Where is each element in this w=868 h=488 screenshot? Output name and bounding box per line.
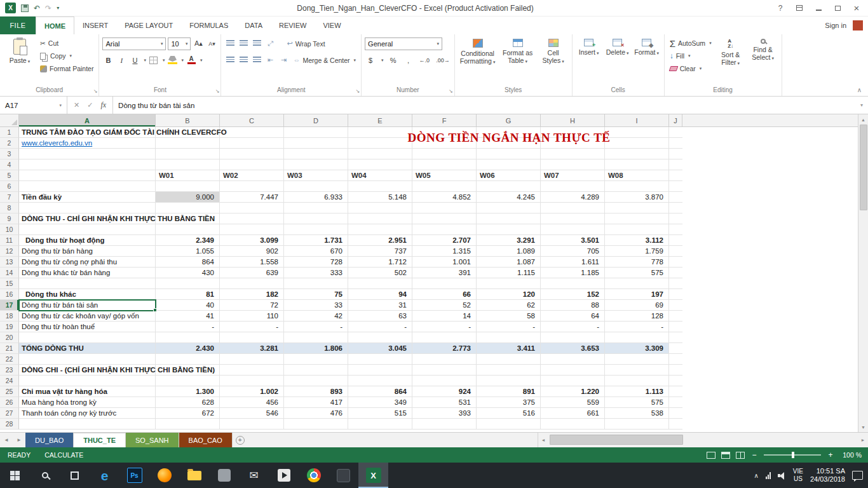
column-header-I[interactable]: I [605, 114, 669, 126]
cell-F16[interactable]: 66 [412, 289, 477, 300]
cell-I25[interactable]: 1.113 [605, 386, 669, 397]
cell-D4[interactable] [284, 159, 348, 170]
cell-G6[interactable] [477, 181, 541, 192]
formula-input[interactable]: Dòng thu từ bán tài sản [113, 97, 855, 114]
cell-D3[interactable] [284, 149, 348, 159]
zoom-out-icon[interactable]: − [750, 451, 758, 459]
cell-A14[interactable]: Dòng thu khác từ bán hàng [19, 268, 156, 278]
cell-E7[interactable]: 5.148 [348, 192, 412, 203]
cell-G15[interactable] [477, 278, 541, 289]
taskbar-photoshop-icon[interactable]: Ps [119, 463, 149, 488]
vertical-scroll-thumb[interactable] [860, 125, 867, 210]
taskbar-firefox-icon[interactable] [149, 463, 179, 488]
increase-indent-icon[interactable]: ⇥ [278, 55, 289, 66]
cell-I14[interactable]: 575 [605, 268, 669, 278]
align-left-icon[interactable] [224, 55, 236, 66]
bold-button[interactable]: B [102, 55, 114, 66]
cell-E8[interactable] [348, 203, 412, 214]
cell-G10[interactable] [477, 224, 541, 235]
cell-A23[interactable]: DÒNG CHI - (CHỈ GHI NHẬN KHI THỰC CHI BẰ… [19, 365, 156, 376]
cell-D9[interactable] [284, 214, 348, 224]
decrease-decimal-button[interactable]: .00→ [435, 57, 451, 64]
cell-B8[interactable] [156, 203, 220, 214]
cell-I28[interactable] [605, 419, 669, 430]
cell-C22[interactable] [220, 354, 284, 365]
cell-D28[interactable] [284, 419, 348, 430]
delete-cells-button[interactable]: × Delete▾ [604, 36, 631, 85]
taskbar-excel-icon[interactable]: X [358, 463, 388, 488]
clock[interactable]: 10:51 SA24/03/2018 [810, 467, 845, 484]
cell-I26[interactable]: 575 [605, 397, 669, 408]
page-break-view-icon[interactable] [736, 452, 745, 459]
cell-J21[interactable] [669, 343, 682, 354]
cell-J2[interactable] [669, 138, 682, 149]
wrap-text-button[interactable]: ↩Wrap Text [285, 38, 327, 50]
cell-B21[interactable]: 2.430 [156, 343, 220, 354]
cell-F27[interactable]: 393 [412, 408, 477, 419]
cell-F20[interactable] [412, 332, 477, 343]
cell-G24[interactable] [477, 376, 541, 386]
row-header-6[interactable]: 6 [0, 181, 19, 192]
decrease-indent-icon[interactable]: ⇤ [264, 55, 276, 66]
cell-A10[interactable] [19, 224, 156, 235]
cell-G4[interactable] [477, 159, 541, 170]
cell-I27[interactable]: 538 [605, 408, 669, 419]
fill-color-button[interactable] [166, 55, 178, 66]
insert-cells-button[interactable]: + Insert▾ [576, 36, 602, 85]
sheet-nav-right-icon[interactable]: ► [13, 433, 25, 447]
row-header-28[interactable]: 28 [0, 419, 19, 430]
ribbon-tab-view[interactable]: VIEW [315, 17, 349, 34]
fill-handle[interactable] [153, 308, 157, 312]
cell-G22[interactable] [477, 354, 541, 365]
cell-F23[interactable] [412, 365, 477, 376]
cell-I13[interactable]: 778 [605, 257, 669, 268]
cell-J24[interactable] [669, 376, 682, 386]
cell-B3[interactable] [156, 149, 220, 159]
cell-E28[interactable] [348, 419, 412, 430]
cell-D18[interactable]: 42 [284, 311, 348, 322]
sheet-tab-bao_cao[interactable]: BAO_CAO [179, 433, 233, 447]
column-header-F[interactable]: F [412, 114, 477, 126]
cell-H8[interactable] [541, 203, 605, 214]
cell-H14[interactable]: 1.185 [541, 268, 605, 278]
cell-G12[interactable]: 1.089 [477, 246, 541, 257]
cell-H12[interactable]: 705 [541, 246, 605, 257]
cell-J27[interactable] [669, 408, 682, 419]
redo-icon[interactable]: ↷ [45, 4, 51, 12]
cell-B28[interactable] [156, 419, 220, 430]
autosum-button[interactable]: ΣAutoSum▾ [668, 37, 714, 49]
cell-G23[interactable] [477, 365, 541, 376]
cell-E23[interactable] [348, 365, 412, 376]
cell-H4[interactable] [541, 159, 605, 170]
cell-C5[interactable]: W02 [220, 170, 284, 181]
network-icon[interactable] [766, 472, 771, 479]
cell-A6[interactable] [19, 181, 156, 192]
font-color-button[interactable]: A [186, 55, 197, 66]
scroll-down-icon[interactable]: ▼ [858, 422, 868, 432]
row-header-11[interactable]: 11 [0, 235, 19, 246]
row-header-7[interactable]: 7 [0, 192, 19, 203]
row-header-25[interactable]: 25 [0, 386, 19, 397]
comma-style-button[interactable]: , [403, 55, 414, 66]
cell-B13[interactable]: 864 [156, 257, 220, 268]
clipboard-dialog-launcher[interactable]: ↘ [93, 89, 98, 94]
row-header-14[interactable]: 14 [0, 268, 19, 278]
taskbar-file-explorer-icon[interactable] [179, 463, 209, 488]
cell-J4[interactable] [669, 159, 682, 170]
cell-E20[interactable] [348, 332, 412, 343]
taskbar-chrome-icon[interactable] [299, 463, 329, 488]
row-header-19[interactable]: 19 [0, 322, 19, 332]
column-header-G[interactable]: G [477, 114, 541, 126]
cell-F24[interactable] [412, 376, 477, 386]
align-middle-icon[interactable] [238, 38, 249, 50]
percent-style-button[interactable]: % [388, 55, 399, 66]
sheet-tab-thuc_te[interactable]: THUC_TE [74, 433, 126, 447]
cell-B22[interactable] [156, 354, 220, 365]
cell-E25[interactable]: 864 [348, 386, 412, 397]
row-header-1[interactable]: 1 [0, 127, 19, 138]
row-header-8[interactable]: 8 [0, 203, 19, 214]
row-header-26[interactable]: 26 [0, 397, 19, 408]
zoom-level[interactable]: 100 % [840, 451, 862, 459]
cell-B16[interactable]: 81 [156, 289, 220, 300]
cell-J8[interactable] [669, 203, 682, 214]
